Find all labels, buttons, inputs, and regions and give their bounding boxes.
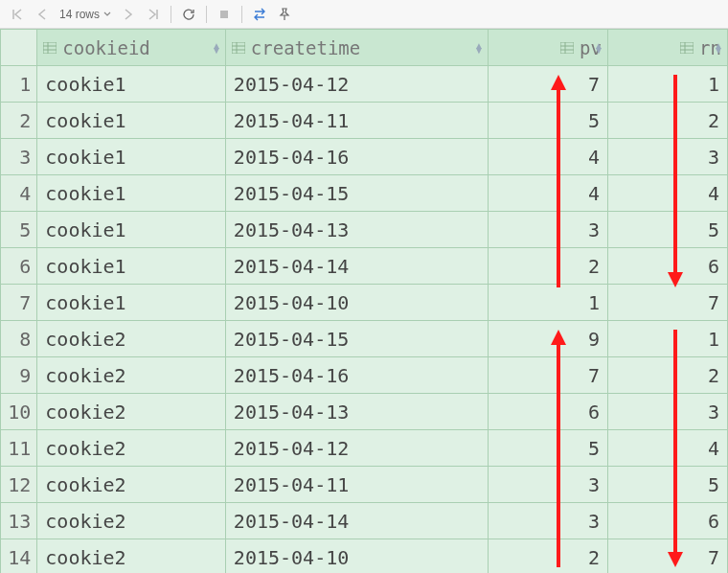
table-row[interactable]: 14cookie22015-04-1027 [1, 539, 728, 574]
cell-createtime[interactable]: 2015-04-10 [225, 285, 488, 321]
cell-createtime[interactable]: 2015-04-13 [225, 212, 488, 248]
row-number[interactable]: 3 [1, 139, 37, 175]
table-row[interactable]: 11cookie22015-04-1254 [1, 430, 728, 467]
cell-pv[interactable]: 7 [489, 357, 608, 394]
sort-handle[interactable]: ▲▼ [594, 43, 603, 53]
cell-cookieid[interactable]: cookie1 [37, 212, 226, 248]
pin-button[interactable] [273, 3, 296, 26]
table-row[interactable]: 4cookie12015-04-1544 [1, 175, 728, 212]
rows-dropdown[interactable]: 14 rows [56, 8, 115, 21]
cell-rn[interactable]: 4 [607, 430, 727, 467]
cell-cookieid[interactable]: cookie1 [37, 139, 226, 175]
table-row[interactable]: 8cookie22015-04-1591 [1, 321, 728, 357]
table-row[interactable]: 10cookie22015-04-1363 [1, 394, 728, 430]
row-number[interactable]: 11 [1, 430, 37, 467]
row-number[interactable]: 5 [1, 212, 37, 248]
table-row[interactable]: 1cookie12015-04-1271 [1, 66, 728, 103]
cell-pv[interactable]: 6 [489, 394, 608, 430]
cell-rn[interactable]: 2 [607, 357, 727, 394]
cell-cookieid[interactable]: cookie2 [37, 539, 226, 574]
cell-rn[interactable]: 6 [607, 248, 727, 285]
cell-cookieid[interactable]: cookie2 [37, 430, 226, 467]
cell-cookieid[interactable]: cookie2 [37, 503, 226, 539]
cell-pv[interactable]: 1 [489, 285, 608, 321]
cell-rn[interactable]: 6 [607, 503, 727, 539]
last-page-button[interactable] [142, 3, 165, 26]
cell-createtime[interactable]: 2015-04-12 [225, 66, 488, 103]
rownum-header[interactable] [1, 30, 37, 66]
row-number[interactable]: 8 [1, 321, 37, 357]
cell-cookieid[interactable]: cookie1 [37, 103, 226, 139]
row-number[interactable]: 6 [1, 248, 37, 285]
row-number[interactable]: 10 [1, 394, 37, 430]
cell-cookieid[interactable]: cookie1 [37, 175, 226, 212]
cell-cookieid[interactable]: cookie2 [37, 321, 226, 357]
cell-pv[interactable]: 3 [489, 212, 608, 248]
cell-pv[interactable]: 4 [489, 175, 608, 212]
cell-createtime[interactable]: 2015-04-14 [225, 503, 488, 539]
refresh-button[interactable] [177, 3, 200, 26]
row-number[interactable]: 7 [1, 285, 37, 321]
sort-handle[interactable]: ▲▼ [714, 43, 723, 53]
prev-page-button[interactable] [31, 3, 54, 26]
cell-pv[interactable]: 5 [489, 103, 608, 139]
stop-button[interactable] [213, 3, 236, 26]
row-number[interactable]: 9 [1, 357, 37, 394]
cell-createtime[interactable]: 2015-04-16 [225, 357, 488, 394]
cell-rn[interactable]: 1 [607, 66, 727, 103]
cell-pv[interactable]: 3 [489, 503, 608, 539]
cell-cookieid[interactable]: cookie1 [37, 285, 226, 321]
cell-rn[interactable]: 3 [607, 394, 727, 430]
table-row[interactable]: 12cookie22015-04-1135 [1, 467, 728, 503]
cell-rn[interactable]: 5 [607, 467, 727, 503]
cell-rn[interactable]: 7 [607, 285, 727, 321]
row-number[interactable]: 13 [1, 503, 37, 539]
row-number[interactable]: 12 [1, 467, 37, 503]
cell-cookieid[interactable]: cookie2 [37, 357, 226, 394]
cell-pv[interactable]: 2 [489, 539, 608, 574]
column-header-cookieid[interactable]: cookieid ▲▼ [37, 30, 226, 66]
cell-createtime[interactable]: 2015-04-14 [225, 248, 488, 285]
table-row[interactable]: 9cookie22015-04-1672 [1, 357, 728, 394]
column-header-rn[interactable]: rn ▲▼ [607, 30, 727, 66]
cell-cookieid[interactable]: cookie1 [37, 66, 226, 103]
cell-createtime[interactable]: 2015-04-15 [225, 321, 488, 357]
row-number[interactable]: 4 [1, 175, 37, 212]
first-page-button[interactable] [6, 3, 29, 26]
cell-pv[interactable]: 4 [489, 139, 608, 175]
table-row[interactable]: 13cookie22015-04-1436 [1, 503, 728, 539]
cell-rn[interactable]: 2 [607, 103, 727, 139]
cell-pv[interactable]: 3 [489, 467, 608, 503]
cell-cookieid[interactable]: cookie2 [37, 394, 226, 430]
row-number[interactable]: 2 [1, 103, 37, 139]
row-number[interactable]: 14 [1, 539, 37, 574]
cell-createtime[interactable]: 2015-04-11 [225, 467, 488, 503]
cell-createtime[interactable]: 2015-04-12 [225, 430, 488, 467]
table-row[interactable]: 5cookie12015-04-1335 [1, 212, 728, 248]
cell-pv[interactable]: 5 [489, 430, 608, 467]
cell-rn[interactable]: 1 [607, 321, 727, 357]
cell-pv[interactable]: 7 [489, 66, 608, 103]
cell-pv[interactable]: 9 [489, 321, 608, 357]
cell-cookieid[interactable]: cookie1 [37, 248, 226, 285]
column-header-createtime[interactable]: createtime ▲▼ [225, 30, 488, 66]
transpose-button[interactable] [248, 3, 271, 26]
cell-createtime[interactable]: 2015-04-13 [225, 394, 488, 430]
table-row[interactable]: 2cookie12015-04-1152 [1, 103, 728, 139]
cell-createtime[interactable]: 2015-04-10 [225, 539, 488, 574]
table-row[interactable]: 7cookie12015-04-1017 [1, 285, 728, 321]
sort-handle[interactable]: ▲▼ [474, 43, 484, 53]
column-header-pv[interactable]: pv ▲▼ [489, 30, 608, 66]
cell-createtime[interactable]: 2015-04-11 [225, 103, 488, 139]
cell-cookieid[interactable]: cookie2 [37, 467, 226, 503]
table-row[interactable]: 6cookie12015-04-1426 [1, 248, 728, 285]
table-row[interactable]: 3cookie12015-04-1643 [1, 139, 728, 175]
sort-handle[interactable]: ▲▼ [212, 43, 221, 53]
cell-rn[interactable]: 3 [607, 139, 727, 175]
cell-rn[interactable]: 7 [607, 539, 727, 574]
cell-createtime[interactable]: 2015-04-16 [225, 139, 488, 175]
cell-rn[interactable]: 5 [607, 212, 727, 248]
cell-rn[interactable]: 4 [607, 175, 727, 212]
cell-pv[interactable]: 2 [489, 248, 608, 285]
row-number[interactable]: 1 [1, 66, 37, 103]
